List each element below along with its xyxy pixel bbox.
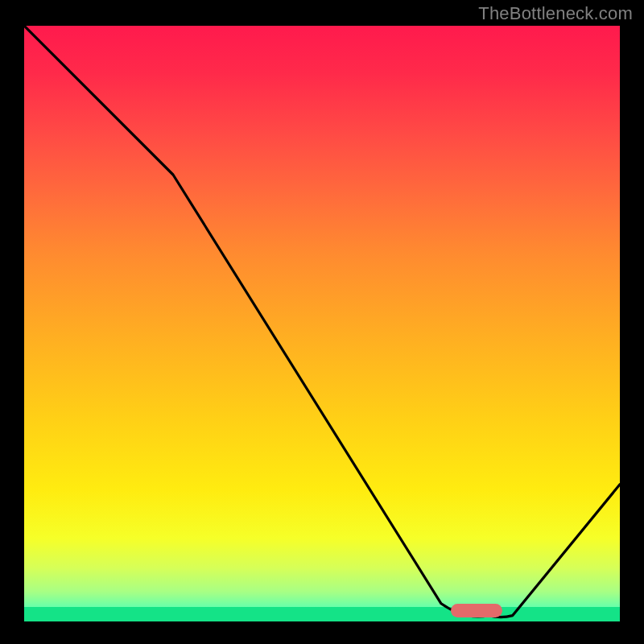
watermark-text: TheBottleneck.com [478, 3, 633, 24]
curve-path [24, 26, 620, 617]
optimal-marker [451, 604, 502, 617]
bottleneck-curve [24, 26, 620, 621]
plot-area [24, 26, 620, 621]
chart-frame: TheBottleneck.com [0, 0, 644, 644]
